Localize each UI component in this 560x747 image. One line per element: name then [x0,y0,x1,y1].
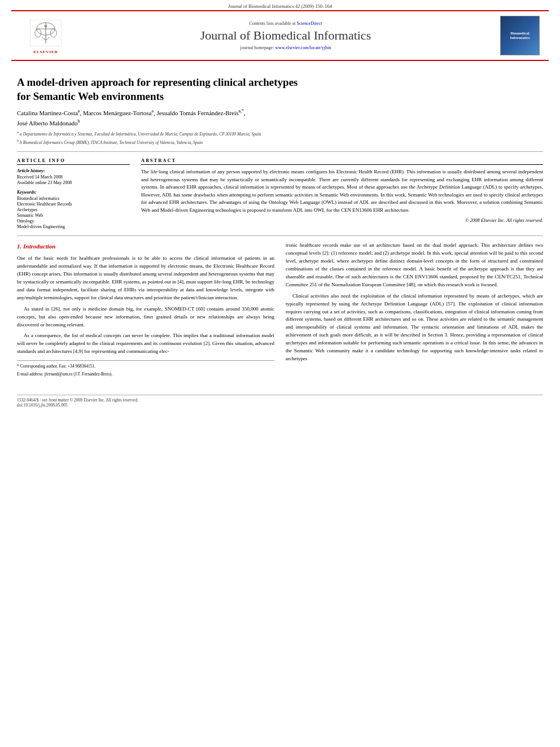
journal-header: 🌿 ELSEVIER Contents lists available at S… [11,10,549,61]
affiliation-a: a a Departamento de Informática y Sistem… [17,130,543,137]
keywords-section: Keywords: Biomedical informatics Electro… [17,190,130,229]
body-para-5: Clinical activities also need the exploi… [286,292,543,363]
article-history: Article history: Received 14 March 2008 … [17,168,130,185]
affiliation-b: b b Biomedical Informatics Group (BIME),… [17,138,543,146]
body-para-2: As stated in [26], not only is medicine … [17,305,274,329]
divider-body [17,235,543,236]
page: Journal of Biomedical Informatics 42 (20… [0,0,560,747]
journal-thumbnail: Biomedical Informatics [500,16,540,55]
body-col-left: 1. Introduction One of the basic needs f… [17,242,274,379]
received-date: Received 14 March 2008 [17,174,130,180]
body-para-1: One of the basic needs for healthcare pr… [17,255,274,302]
keyword-4: Semantic Web [17,213,130,218]
elsevier-logo: 🌿 ELSEVIER [20,18,71,54]
author-jesualdo: Jesualdo Tomás Fernández-Breis [156,110,238,116]
body-col-right: tronic healthcare records make use of an… [286,242,543,379]
article-info-heading: ARTICLE INFO [17,158,130,165]
abstract-text: The life-long clinical information of an… [141,168,543,214]
bottom-bar: 1532-0464/$ - see front matter © 2008 El… [17,395,543,408]
section1-title: 1. Introduction [17,242,274,251]
body-two-col: 1. Introduction One of the basic needs f… [17,242,543,379]
author-jose: José Alberto Maldonado [17,119,78,126]
main-content: A model-driven approach for representing… [0,61,560,390]
journal-citation-bar: Journal of Biomedical Informatics 42 (20… [0,0,560,10]
issn-line: 1532-0464/$ - see front matter © 2008 El… [17,397,543,403]
history-label: Article history: [17,168,130,173]
article-info-abstract-row: ARTICLE INFO Article history: Received 1… [17,158,543,230]
sciencedirect-link: Contents lists available at ScienceDirec… [71,21,500,26]
author-marcos: Marcos Menárguez-Tortosa [83,110,152,116]
article-info-col: ARTICLE INFO Article history: Received 1… [17,158,130,230]
abstract-heading: ABSTRACT [141,158,543,165]
article-title: A model-driven approach for representing… [17,76,543,103]
keyword-5: Ontology [17,219,130,224]
elsevier-tree-icon: 🌿 [26,18,65,49]
divider-after-affiliations [17,151,543,152]
journal-title: Journal of Biomedical Informatics [71,28,500,43]
keyword-3: Archetypes [17,207,130,212]
homepage-link[interactable]: www.elsevier.com/locate/yjbin [275,45,331,50]
keyword-6: Model-driven Engineering [17,224,130,229]
keyword-2: Electronic Healthcare Records [17,202,130,207]
journal-center: Contents lists available at ScienceDirec… [71,21,500,50]
footnote-email: E-mail address: jfernand@um.es (J.T. Fer… [17,371,274,378]
keyword-1: Biomedical informatics [17,196,130,201]
author-catalina: Catalina Martínez-Costa [17,110,78,116]
footnote-star: * Corresponding author. Fax: +34 9683641… [17,363,274,370]
elsevier-label: ELSEVIER [33,50,58,54]
journal-homepage: journal homepage: www.elsevier.com/locat… [71,45,500,50]
sciencedirect-anchor[interactable]: ScienceDirect [297,21,322,26]
doi-line: doi:10.1016/j.jbi.2008.05.005 [17,403,543,408]
body-para-3: As a consequence, the list of medical co… [17,332,274,356]
body-para-4: tronic healthcare records make use of an… [286,242,543,289]
keywords-label: Keywords: [17,190,130,195]
available-date: Available online 23 May 2008 [17,180,130,185]
authors: Catalina Martínez-Costaa, Marcos Menárgu… [17,108,543,127]
footnote-area: * Corresponding author. Fax: +34 9683641… [17,360,274,377]
one-word: One [335,274,344,279]
copyright: © 2008 Elsevier Inc. All rights reserved… [141,217,543,223]
journal-citation-text: Journal of Biomedical Informatics 42 (20… [228,3,332,9]
abstract-col: ABSTRACT The life-long clinical informat… [141,158,543,230]
